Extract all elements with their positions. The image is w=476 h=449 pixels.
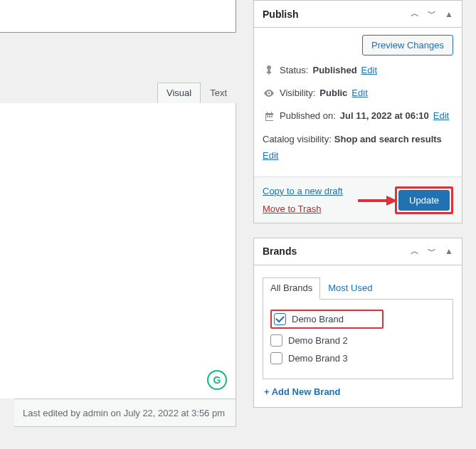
title-input[interactable] (0, 0, 236, 33)
move-down-icon[interactable]: ﹀ (428, 245, 436, 258)
copy-to-new-draft-link[interactable]: Copy to a new draft (263, 186, 343, 196)
publish-box-header[interactable]: Publish ︿ ﹀ ▲ (254, 1, 462, 28)
brand-checkbox[interactable] (270, 334, 282, 347)
arrow-icon (358, 196, 398, 206)
update-button[interactable]: Update (398, 190, 450, 211)
edit-status-link[interactable]: Edit (361, 64, 377, 77)
brand-list: Demo BrandDemo Brand 2Demo Brand 3 (263, 300, 453, 379)
update-highlight: Update (395, 186, 453, 214)
preview-changes-button[interactable]: Preview Changes (362, 35, 453, 56)
catalog-label: Catalog visibility: (263, 133, 332, 146)
tab-visual[interactable]: Visual (157, 83, 201, 103)
status-label: Status: (280, 64, 308, 77)
visibility-value: Public (319, 87, 347, 100)
publishedon-value: Jul 11, 2022 at 06:10 (340, 110, 429, 122)
edit-visibility-link[interactable]: Edit (351, 87, 367, 100)
brand-label: Demo Brand 3 (288, 353, 348, 364)
status-value: Published (312, 64, 356, 77)
visibility-label: Visibility: (280, 87, 315, 100)
tab-text[interactable]: Text (201, 83, 236, 103)
editor-tabs: Visual Text (157, 83, 236, 103)
tab-most-used[interactable]: Most Used (320, 278, 380, 300)
publish-box: Publish ︿ ﹀ ▲ Preview Changes Status: Pu… (253, 0, 462, 223)
edit-publishedon-link[interactable]: Edit (433, 110, 449, 122)
eye-icon (263, 89, 275, 97)
brand-item[interactable]: Demo Brand (269, 307, 447, 332)
pin-icon (263, 65, 275, 75)
brand-label: Demo Brand 2 (288, 335, 348, 346)
brands-box-title: Brands (263, 245, 297, 257)
toggle-icon[interactable]: ▲ (445, 246, 453, 256)
brands-box-header[interactable]: Brands ︿ ﹀ ▲ (254, 238, 462, 265)
brand-item[interactable]: Demo Brand 2 (269, 332, 447, 349)
brand-item[interactable]: Demo Brand 3 (269, 349, 447, 367)
last-edited-footer: Last edited by admin on July 22, 2022 at… (14, 398, 236, 427)
toggle-icon[interactable]: ▲ (445, 9, 453, 19)
brand-checkbox[interactable] (274, 313, 286, 325)
brand-checkbox[interactable] (270, 352, 282, 364)
publish-box-title: Publish (263, 9, 299, 20)
brands-box: Brands ︿ ﹀ ▲ All Brands Most Used Demo B… (253, 238, 462, 408)
move-up-icon[interactable]: ︿ (411, 8, 419, 20)
editor-body[interactable]: G (0, 103, 236, 398)
move-up-icon[interactable]: ︿ (411, 245, 419, 258)
brand-highlight: Demo Brand (270, 310, 384, 329)
catalog-value: Shop and search results (334, 133, 442, 146)
brand-label: Demo Brand (292, 314, 344, 324)
edit-catalog-link[interactable]: Edit (263, 150, 278, 161)
calendar-icon (263, 112, 275, 121)
add-new-brand-link[interactable]: + Add New Brand (263, 379, 453, 398)
move-to-trash-link[interactable]: Move to Trash (263, 204, 343, 214)
grammarly-icon[interactable]: G (207, 370, 227, 390)
publishedon-label: Published on: (280, 110, 336, 122)
tab-all-brands[interactable]: All Brands (263, 278, 320, 300)
move-down-icon[interactable]: ﹀ (428, 8, 436, 20)
